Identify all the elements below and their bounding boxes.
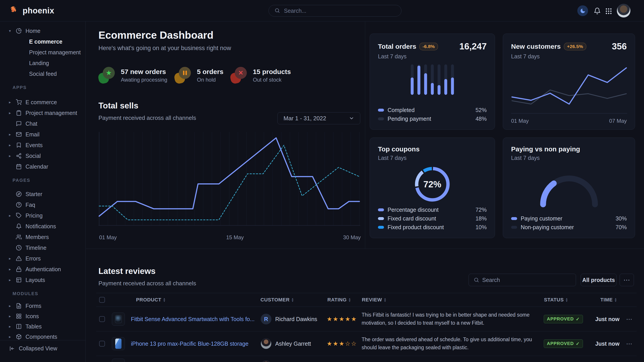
- legend-label: Pending payment: [388, 116, 431, 122]
- theme-toggle-button[interactable]: [577, 5, 588, 16]
- caret-right-icon: ▸: [9, 256, 16, 261]
- sidebar-item-calendar[interactable]: Calendar: [0, 161, 86, 172]
- vertical-divider: [365, 22, 365, 249]
- stat-circle-shape: ★: [103, 67, 115, 79]
- users-icon: [16, 234, 22, 240]
- customer-avatar: [261, 361, 272, 362]
- users-icon: [16, 234, 22, 240]
- sidebar-subitem-project-management[interactable]: Project management: [0, 47, 86, 58]
- column-label: REVIEW: [362, 297, 382, 303]
- caret-right-icon: ▸: [9, 213, 16, 218]
- package-icon: [16, 334, 22, 340]
- column-header-review[interactable]: REVIEW▴▾: [362, 297, 386, 303]
- latest-reviews-subtitle: Payment received across all channels: [98, 280, 196, 287]
- column-header-rating[interactable]: RATING▴▾: [327, 297, 350, 303]
- caret-right-icon: ▸: [9, 324, 16, 329]
- stat-circle-shape: [179, 67, 191, 79]
- compass-icon: [16, 191, 22, 197]
- date-range-select[interactable]: Mar 1 - 31, 2022: [278, 112, 360, 124]
- rating-stars: ★★★☆☆: [327, 340, 357, 347]
- legend-swatch: [511, 217, 517, 220]
- sidebar-item-chat[interactable]: Chat: [0, 118, 86, 129]
- stat-text: 15 productsOut of stock: [253, 68, 291, 83]
- card-subtitle: Last 7 days: [378, 53, 487, 60]
- sidebar-item-icons[interactable]: ▸Icons: [0, 311, 86, 321]
- stat-star-icon: ★: [98, 67, 116, 84]
- sidebar-item-notifications[interactable]: Notifications: [0, 221, 86, 232]
- sidebar-item-pricing[interactable]: ▸Pricing: [0, 210, 86, 221]
- column-label: CUSTOMER: [260, 297, 290, 303]
- stat-label: Awating processing: [121, 77, 168, 83]
- reviews-search-input[interactable]: [482, 277, 571, 283]
- status-label: APPROVED: [547, 316, 574, 322]
- donut-center-label: 72%: [410, 162, 455, 207]
- sidebar-item-events[interactable]: ▸Events: [0, 140, 86, 150]
- notifications-button[interactable]: [592, 6, 602, 16]
- sidebar-item-email[interactable]: ▸Email: [0, 129, 86, 140]
- all-products-filter-button[interactable]: All products: [581, 274, 616, 286]
- sidebar-item-e-commerce[interactable]: ▸E commerce: [0, 97, 86, 107]
- sidebar-subitem-e-commerce[interactable]: E commerce: [0, 36, 86, 47]
- reviews-more-button[interactable]: ⋯: [620, 274, 634, 286]
- top-navbar: phoenix: [0, 0, 644, 21]
- bookmark-icon: [16, 142, 22, 148]
- legend-row-non-paying-customer: Non-paying customer70%: [511, 223, 627, 232]
- pie-chart-icon: [16, 28, 22, 34]
- sidebar-item-components[interactable]: ▸Components: [0, 332, 86, 342]
- stat-value: 5 orders: [197, 68, 223, 76]
- stat-out-of-stock: ✕15 productsOut of stock: [230, 65, 291, 85]
- sidebar-item-authentication[interactable]: ▸Authentication: [0, 264, 86, 275]
- user-avatar[interactable]: [617, 4, 630, 18]
- column-label: TIME: [600, 297, 613, 303]
- sidebar-item-faq[interactable]: Faq: [0, 199, 86, 210]
- row-actions-button[interactable]: ⋯: [626, 340, 632, 347]
- customer-name: Ashley Garrett: [275, 340, 311, 347]
- select-all-checkbox[interactable]: [99, 297, 105, 303]
- sidebar-section: ▾HomeE commerceProject managementLanding…: [0, 25, 86, 79]
- sort-icon: ▴▾: [566, 298, 568, 302]
- collapse-left-icon: [9, 346, 15, 352]
- sidebar-item-project-management[interactable]: ▸Project management: [0, 107, 86, 118]
- legend-value: 52%: [476, 107, 487, 113]
- column-header-time[interactable]: TIME▴▾: [600, 297, 616, 303]
- caret-right-icon: ▸: [9, 314, 16, 319]
- column-header-status[interactable]: STATUS▴▾: [544, 297, 568, 303]
- row-checkbox[interactable]: [99, 316, 105, 322]
- column-header-customer[interactable]: CUSTOMER▴▾: [260, 297, 293, 303]
- review-time: Just now: [595, 316, 620, 322]
- sidebar-item-timeline[interactable]: Timeline: [0, 242, 86, 253]
- apps-grid-button[interactable]: [604, 7, 613, 16]
- row-checkbox[interactable]: [99, 341, 105, 347]
- stat-label: Out of stock: [253, 77, 291, 83]
- column-header-product[interactable]: PRODUCT▴▾: [136, 297, 165, 303]
- layout-icon: [16, 277, 22, 283]
- product-link[interactable]: Fitbit Sense Advanced Smartwatch with To…: [131, 316, 255, 322]
- global-search[interactable]: [268, 5, 402, 16]
- sidebar-item-forms[interactable]: ▸Forms: [0, 301, 86, 311]
- sidebar-item-errors[interactable]: ▸Errors: [0, 253, 86, 264]
- legend-row-pending-payment: Pending payment48%: [378, 114, 487, 123]
- avatar: [261, 361, 272, 362]
- legend-label: Paying customer: [521, 215, 562, 222]
- sidebar-item-social[interactable]: ▸Social: [0, 150, 86, 161]
- sidebar-item-tables[interactable]: ▸Tables: [0, 321, 86, 332]
- brand[interactable]: phoenix: [9, 0, 54, 21]
- product-link[interactable]: iPhone 13 pro max-Pacific Blue-128GB sto…: [131, 340, 248, 347]
- sidebar-item-home[interactable]: ▾Home: [0, 25, 86, 36]
- global-search-input[interactable]: [284, 7, 396, 14]
- sidebar-item-layouts[interactable]: ▸Layouts: [0, 275, 86, 285]
- card-value: 16,247: [460, 41, 487, 51]
- reviews-search[interactable]: [468, 274, 576, 286]
- sidebar-item-label: E commerce: [26, 99, 57, 105]
- sidebar-subitem-social-feed[interactable]: Social feed: [0, 68, 86, 79]
- sidebar-section: ▸E commerce▸Project managementChat▸Email…: [0, 97, 86, 172]
- legend-value: 70%: [616, 224, 627, 231]
- table-row: [96, 356, 636, 362]
- alert-triangle-icon: [16, 256, 22, 262]
- sidebar-item-members[interactable]: Members: [0, 232, 86, 242]
- collapsed-view-toggle[interactable]: Collapsed View: [9, 345, 57, 352]
- avatar-photo: [261, 338, 272, 349]
- row-actions-button[interactable]: ⋯: [626, 315, 632, 323]
- sidebar-subitem-landing[interactable]: Landing: [0, 58, 86, 68]
- sidebar-item-starter[interactable]: Starter: [0, 189, 86, 199]
